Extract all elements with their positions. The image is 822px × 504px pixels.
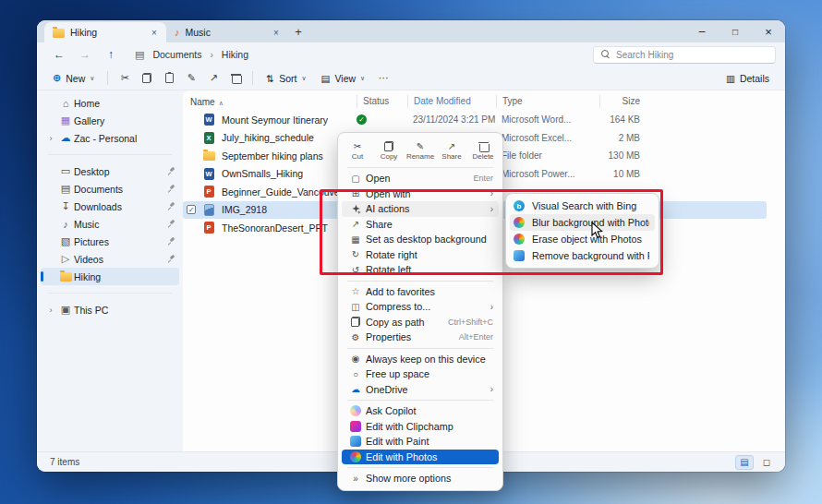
list-view-icon bbox=[740, 457, 748, 467]
chevron-right-icon[interactable] bbox=[44, 306, 57, 315]
view-button[interactable]: View bbox=[315, 70, 372, 87]
menu-item-open[interactable]: Open Enter bbox=[342, 171, 499, 186]
navigation-bar: Documents Hiking bbox=[37, 42, 785, 66]
quick-rename-button[interactable]: Rename bbox=[405, 138, 436, 162]
menu-item-onedrive[interactable]: OneDrive bbox=[342, 382, 499, 398]
up-button[interactable] bbox=[100, 45, 122, 64]
menu-item-add-to-favorites[interactable]: Add to favorites bbox=[342, 284, 499, 300]
quick-copy-button[interactable]: Copy bbox=[373, 138, 405, 162]
sidebar-item-pictures[interactable]: Pictures bbox=[41, 233, 179, 250]
tab-hiking[interactable]: Hiking bbox=[44, 22, 166, 42]
tab-close-icon[interactable] bbox=[270, 26, 283, 39]
column-headers: Name Status Date Modified Type Size bbox=[183, 92, 767, 111]
pin-icon bbox=[167, 167, 175, 175]
column-header-size[interactable]: Size bbox=[599, 95, 644, 108]
sidebar-item-hiking[interactable]: Hiking bbox=[41, 268, 179, 285]
column-header-name[interactable]: Name bbox=[183, 97, 357, 107]
menu-item-compress-to[interactable]: Compress to... bbox=[342, 299, 499, 315]
file-name: September hiking plans bbox=[218, 150, 357, 162]
sidebar-item-gallery[interactable]: Gallery bbox=[41, 112, 179, 129]
sidebar-item-videos[interactable]: Videos bbox=[41, 250, 179, 268]
menu-item-edit-with-paint[interactable]: Edit with Paint bbox=[342, 434, 499, 450]
mouse-cursor bbox=[591, 222, 603, 243]
quick-delete-button[interactable]: Delete bbox=[467, 138, 499, 162]
more-options-button[interactable] bbox=[373, 69, 393, 88]
menu-item-copy-as-path[interactable]: Copy as path Ctrl+Shift+C bbox=[342, 315, 499, 330]
sidebar-item-this-pc[interactable]: This PC bbox=[41, 301, 179, 318]
maximize-button[interactable] bbox=[719, 20, 752, 42]
tab-music[interactable]: Music bbox=[166, 22, 288, 42]
downloads-icon bbox=[57, 200, 74, 212]
column-header-type[interactable]: Type bbox=[496, 95, 599, 108]
new-button[interactable]: New bbox=[46, 69, 101, 87]
gallery-icon bbox=[57, 114, 74, 126]
sidebar-item-music[interactable]: Music bbox=[41, 215, 179, 233]
close-button[interactable] bbox=[752, 20, 785, 42]
sort-button[interactable]: Sort bbox=[260, 70, 312, 87]
file-row[interactable]: Mount Seymour Itinerary 23/11/2024 3:21 … bbox=[183, 111, 767, 129]
sidebar-item-onedrive[interactable]: Zac - Personal bbox=[41, 129, 179, 147]
delete-button[interactable] bbox=[225, 69, 246, 88]
menu-item-edit-with-clipchamp[interactable]: Edit with Clipchamp bbox=[342, 419, 499, 435]
file-name: OwnSmalls_Hiking bbox=[218, 168, 357, 179]
copy-button[interactable] bbox=[137, 69, 157, 88]
share-button[interactable] bbox=[203, 69, 224, 88]
minimize-button[interactable] bbox=[685, 20, 719, 42]
folder-icon bbox=[203, 151, 215, 161]
clipchamp-logo-icon bbox=[350, 421, 361, 432]
menu-item-edit-with-photos[interactable]: Edit with Photos bbox=[342, 450, 499, 465]
file-type: File folder bbox=[496, 150, 599, 161]
column-header-date-modified[interactable]: Date Modified bbox=[407, 95, 496, 108]
details-view-button[interactable] bbox=[735, 455, 754, 470]
menu-item-show-more-options[interactable]: Show more options bbox=[342, 471, 499, 486]
breadcrumb-documents[interactable]: Documents bbox=[150, 47, 204, 62]
sidebar-item-home[interactable]: Home bbox=[41, 94, 179, 112]
details-pane-button[interactable]: Details bbox=[719, 70, 776, 87]
search-box[interactable] bbox=[593, 46, 776, 64]
details-icon bbox=[726, 73, 735, 84]
onedrive-cloud-icon bbox=[345, 384, 366, 394]
folder-icon bbox=[60, 272, 72, 282]
cut-button[interactable] bbox=[115, 69, 135, 88]
paste-icon bbox=[165, 73, 174, 83]
forward-button[interactable] bbox=[74, 45, 96, 64]
menu-item-ask-copilot[interactable]: Ask Copilot bbox=[342, 403, 499, 419]
file-name: Mount Seymour Itinerary bbox=[218, 114, 357, 126]
menu-item-always-keep-on-device[interactable]: Always keep on this device bbox=[342, 352, 499, 367]
sidebar-item-desktop[interactable]: Desktop bbox=[41, 162, 179, 180]
search-input[interactable] bbox=[616, 50, 768, 60]
sidebar-label: This PC bbox=[74, 305, 163, 316]
tab-close-icon[interactable] bbox=[148, 26, 161, 39]
chevron-right-icon[interactable] bbox=[44, 134, 57, 143]
new-tab-button[interactable] bbox=[288, 20, 308, 42]
column-header-status[interactable]: Status bbox=[357, 95, 407, 108]
sidebar-item-documents[interactable]: Documents bbox=[41, 180, 179, 198]
chevron-right-icon bbox=[211, 50, 213, 60]
paste-button[interactable] bbox=[159, 69, 179, 88]
sidebar-label: Zac - Personal bbox=[74, 133, 163, 144]
view-label: View bbox=[334, 73, 356, 84]
rename-button[interactable] bbox=[181, 69, 201, 88]
navigation-pane: Home Gallery Zac - Personal Desktop Docu… bbox=[37, 90, 183, 451]
breadcrumb-hiking[interactable]: Hiking bbox=[219, 47, 251, 62]
word-file-icon bbox=[204, 168, 214, 180]
quick-cut-button[interactable]: Cut bbox=[342, 138, 373, 162]
word-file-icon bbox=[204, 114, 214, 126]
documents-icon bbox=[57, 183, 74, 195]
onedrive-cloud-icon bbox=[57, 132, 74, 144]
sidebar-label: Music bbox=[74, 219, 163, 230]
titlebar-drag-area bbox=[308, 20, 685, 42]
quick-share-button[interactable]: Share bbox=[436, 138, 467, 162]
sidebar-item-downloads[interactable]: Downloads bbox=[41, 198, 179, 215]
toolbar-divider bbox=[252, 71, 253, 85]
menu-item-properties[interactable]: Properties Alt+Enter bbox=[342, 330, 499, 345]
tab-label: Hiking bbox=[70, 27, 142, 38]
share-icon bbox=[210, 72, 218, 84]
chevron-down-icon bbox=[301, 75, 306, 82]
icons-view-button[interactable] bbox=[757, 455, 776, 470]
menu-item-free-up-space[interactable]: Free up space bbox=[342, 366, 499, 382]
checked-checkbox[interactable] bbox=[187, 205, 196, 214]
back-button[interactable] bbox=[48, 45, 70, 64]
location-icon bbox=[135, 49, 144, 61]
excel-file-icon bbox=[204, 132, 214, 144]
